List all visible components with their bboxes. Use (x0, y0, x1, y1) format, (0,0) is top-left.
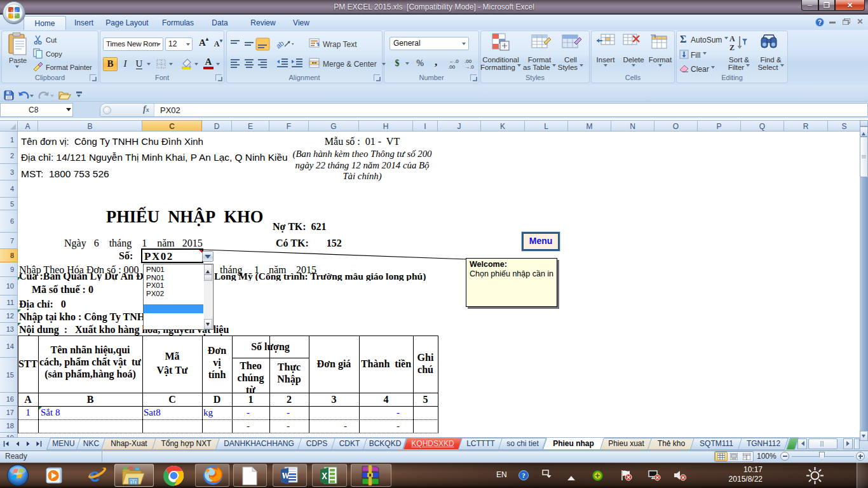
svg-text:Z: Z (729, 43, 735, 51)
svg-text:?: ? (522, 471, 526, 479)
svg-text:A: A (729, 34, 735, 43)
svg-text:?: ? (818, 19, 822, 26)
